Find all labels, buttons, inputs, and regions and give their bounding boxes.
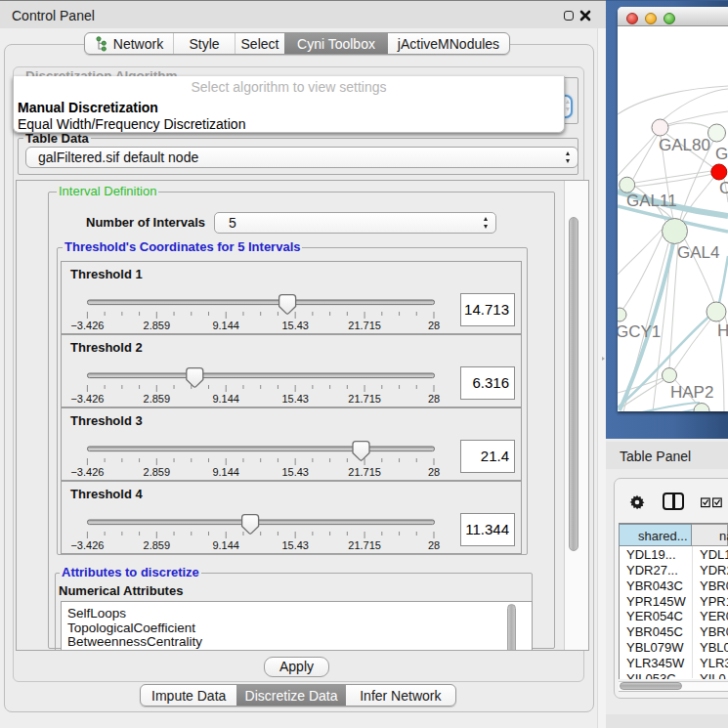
svg-text:GAL4: GAL4 [677, 243, 719, 262]
svg-text:GAL80: GAL80 [659, 136, 710, 154]
svg-text:GAL: GAL [715, 145, 728, 163]
svg-text:H: H [717, 321, 728, 340]
svg-text:CY: CY [719, 179, 728, 197]
svg-text:GAL11: GAL11 [626, 192, 677, 210]
svg-text:HAP2: HAP2 [670, 383, 713, 402]
svg-text:GCY1: GCY1 [618, 322, 661, 341]
